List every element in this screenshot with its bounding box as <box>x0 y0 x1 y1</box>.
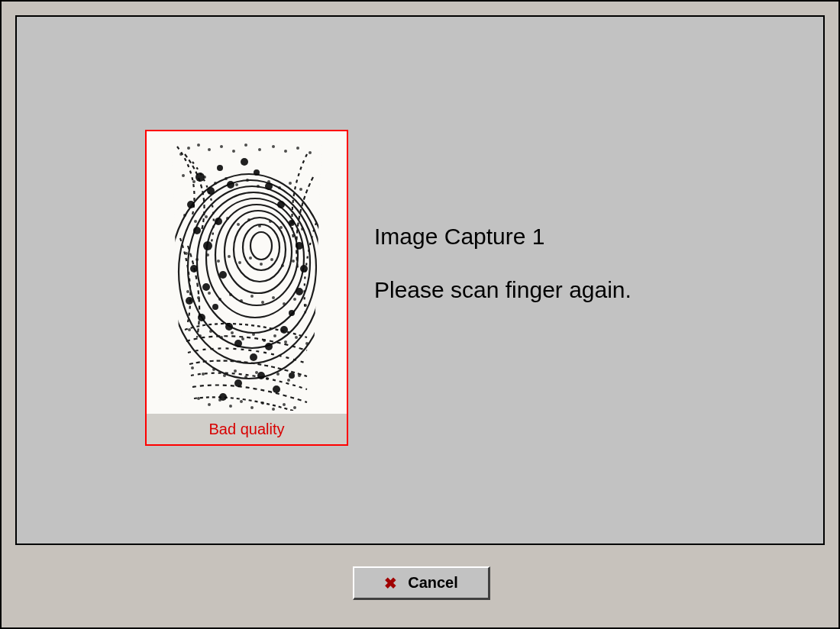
close-icon: ✖ <box>384 576 397 591</box>
svg-point-40 <box>234 379 242 387</box>
svg-point-109 <box>241 337 244 340</box>
svg-point-44 <box>179 153 183 156</box>
svg-point-122 <box>255 371 258 374</box>
svg-point-136 <box>293 406 296 409</box>
svg-point-118 <box>212 368 215 371</box>
fingerprint-icon <box>147 131 347 414</box>
svg-point-71 <box>215 221 218 224</box>
svg-point-13 <box>187 201 195 208</box>
svg-point-38 <box>241 158 248 166</box>
svg-point-85 <box>238 261 241 264</box>
svg-point-12 <box>207 187 215 195</box>
svg-point-37 <box>254 169 260 176</box>
svg-point-106 <box>209 330 212 333</box>
svg-point-99 <box>261 301 264 304</box>
svg-point-79 <box>301 227 304 231</box>
fingerprint-image <box>147 131 347 414</box>
svg-point-64 <box>267 180 270 183</box>
svg-point-108 <box>231 331 234 334</box>
svg-point-97 <box>240 299 243 302</box>
cancel-button-label: Cancel <box>408 574 458 592</box>
svg-point-57 <box>192 180 195 183</box>
svg-point-101 <box>283 302 286 305</box>
svg-point-125 <box>287 379 290 382</box>
cancel-button[interactable]: ✖ Cancel <box>353 566 490 600</box>
svg-point-105 <box>199 334 202 337</box>
svg-point-19 <box>190 265 198 273</box>
svg-point-84 <box>228 255 231 258</box>
svg-point-88 <box>270 258 273 261</box>
svg-point-115 <box>305 342 309 345</box>
svg-point-49 <box>232 150 235 153</box>
svg-point-15 <box>227 181 234 189</box>
svg-point-77 <box>279 226 283 229</box>
svg-point-104 <box>188 328 191 331</box>
svg-point-73 <box>237 223 240 226</box>
svg-point-35 <box>277 201 285 208</box>
fingerprint-card: Bad quality <box>145 130 348 446</box>
svg-point-60 <box>225 177 228 180</box>
svg-point-78 <box>290 221 293 224</box>
svg-point-131 <box>240 400 243 403</box>
svg-point-126 <box>298 374 301 377</box>
svg-point-72 <box>226 217 229 220</box>
svg-point-110 <box>252 333 255 336</box>
svg-point-39 <box>257 372 265 379</box>
svg-point-26 <box>234 340 242 347</box>
capture-dialog: Bad quality Image Capture 1 Please scan … <box>15 15 825 545</box>
svg-point-21 <box>219 271 227 279</box>
svg-point-18 <box>215 218 222 225</box>
svg-point-33 <box>296 242 303 250</box>
svg-point-116 <box>191 366 194 369</box>
svg-point-30 <box>289 310 295 316</box>
svg-point-119 <box>223 374 226 377</box>
svg-point-43 <box>289 373 295 379</box>
svg-point-107 <box>220 336 223 339</box>
svg-point-68 <box>183 214 186 217</box>
svg-point-17 <box>203 241 212 250</box>
svg-point-128 <box>208 403 211 406</box>
svg-point-75 <box>258 224 261 227</box>
svg-point-135 <box>283 403 286 406</box>
svg-point-133 <box>261 402 264 405</box>
svg-point-51 <box>258 148 261 151</box>
svg-point-87 <box>260 263 263 266</box>
svg-point-61 <box>235 183 238 186</box>
svg-point-23 <box>198 314 205 321</box>
svg-point-114 <box>295 336 298 339</box>
svg-point-54 <box>296 147 299 150</box>
svg-point-76 <box>269 220 272 223</box>
svg-point-22 <box>186 297 193 305</box>
svg-point-41 <box>273 385 280 393</box>
svg-point-83 <box>217 260 220 263</box>
svg-point-31 <box>296 288 303 295</box>
svg-point-94 <box>208 292 211 295</box>
svg-point-29 <box>280 326 288 334</box>
capture-title: Image Capture 1 <box>374 223 632 250</box>
svg-point-50 <box>244 144 247 147</box>
svg-point-113 <box>284 340 287 344</box>
svg-point-121 <box>244 376 247 379</box>
svg-point-56 <box>182 174 185 177</box>
svg-point-63 <box>257 185 260 188</box>
svg-point-92 <box>186 290 189 293</box>
svg-point-102 <box>293 298 296 301</box>
svg-point-96 <box>229 293 232 296</box>
svg-point-103 <box>304 304 307 307</box>
svg-point-90 <box>292 260 295 263</box>
capture-instruction: Please scan finger again. <box>374 276 632 304</box>
svg-point-24 <box>212 304 218 310</box>
svg-point-70 <box>205 215 208 218</box>
svg-point-86 <box>249 256 252 260</box>
svg-point-48 <box>220 145 223 148</box>
svg-point-74 <box>247 218 250 221</box>
svg-point-117 <box>202 373 205 376</box>
svg-point-20 <box>202 283 210 291</box>
svg-point-111 <box>263 339 266 342</box>
svg-point-124 <box>276 373 279 376</box>
svg-point-69 <box>194 220 197 223</box>
svg-point-53 <box>284 150 287 153</box>
svg-point-100 <box>272 296 275 299</box>
svg-point-67 <box>299 188 302 191</box>
svg-point-91 <box>302 266 305 269</box>
